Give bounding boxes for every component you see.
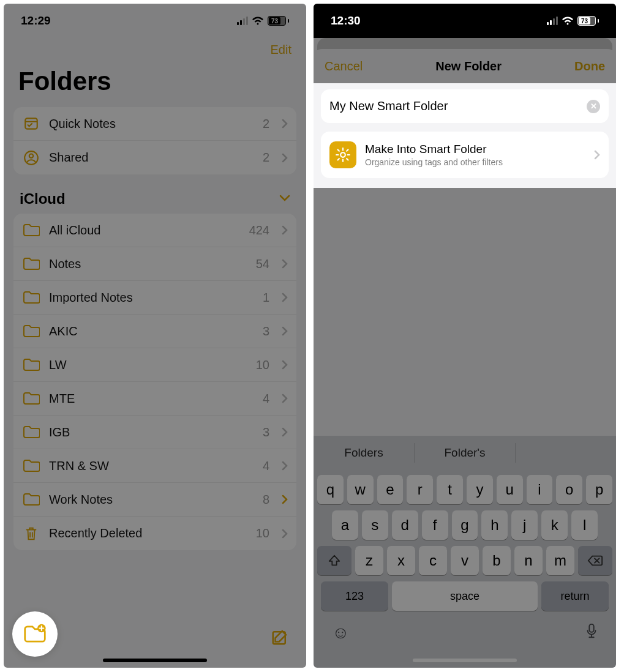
smart-folder-subtitle: Organize using tags and other filters [365,157,585,167]
key-l[interactable]: l [571,510,598,540]
key-d[interactable]: d [392,510,418,540]
folder-count: 10 [256,358,269,372]
folder-label: TRN & SW [49,459,254,473]
chevron-right-icon [282,119,288,129]
chevron-right-icon [282,225,288,235]
key-j[interactable]: j [511,510,538,540]
key-a[interactable]: a [332,510,358,540]
chevron-right-icon [282,360,288,370]
folder-row[interactable]: All iCloud424 [13,214,296,247]
svg-point-2 [29,154,34,158]
key-u[interactable]: u [497,475,523,504]
folder-icon [22,425,40,439]
key-b[interactable]: b [483,546,511,575]
folder-icon [22,324,40,338]
key-n[interactable]: n [514,546,543,575]
new-folder-button[interactable] [12,611,58,657]
folder-row[interactable]: Work Notes8 [13,483,296,517]
folder-row[interactable]: AKIC3 [13,315,296,348]
folder-count: 2 [263,151,269,165]
key-s[interactable]: s [362,510,388,540]
key-m[interactable]: m [546,546,574,575]
key-c[interactable]: c [419,546,447,575]
wifi-icon [252,17,264,26]
folder-row[interactable]: Notes54 [13,247,296,281]
folder-label: Shared [49,151,254,165]
key-p[interactable]: p [586,475,612,504]
signal-icon [237,17,248,25]
folder-label: AKIC [49,324,254,338]
cancel-button[interactable]: Cancel [325,59,363,73]
return-key[interactable]: return [541,581,609,611]
key-f[interactable]: f [422,510,448,540]
make-smart-folder-row[interactable]: Make Into Smart Folder Organize using ta… [321,132,609,178]
chevron-right-icon [282,293,288,302]
folders-screen: 12:29 73 Edit Folders Quick Notes 2 Shar… [4,4,306,668]
chevron-right-icon [282,461,288,471]
folder-icon [22,290,40,305]
compose-button[interactable] [271,628,289,649]
folder-row[interactable]: TRN & SW4 [13,449,296,483]
section-title: iCloud [20,190,66,207]
folder-label: All iCloud [49,223,241,237]
done-button[interactable]: Done [574,59,605,73]
backspace-key[interactable] [578,546,612,575]
folder-count: 3 [263,425,269,439]
folder-label: Quick Notes [49,117,254,131]
folder-row[interactable]: MTE4 [13,382,296,416]
dictation-key[interactable] [585,623,598,643]
key-r[interactable]: r [407,475,433,504]
folder-label: Recently Deleted [49,526,247,540]
key-y[interactable]: y [467,475,493,504]
chevron-right-icon [594,150,600,160]
suggestion[interactable] [516,436,616,470]
chevron-right-icon [282,326,288,336]
status-time: 12:29 [21,14,51,28]
key-h[interactable]: h [481,510,508,540]
space-key[interactable]: space [392,581,538,611]
input-value: My New Smart Folder [329,99,581,113]
icloud-section-header[interactable]: iCloud [4,174,306,214]
folder-label: IGB [49,425,254,439]
edit-button[interactable]: Edit [271,43,291,57]
key-g[interactable]: g [452,510,478,540]
key-x[interactable]: x [387,546,415,575]
quick-notes-icon [22,116,40,132]
key-v[interactable]: v [451,546,479,575]
folder-row[interactable]: Recently Deleted10 [13,517,296,550]
folder-name-input[interactable]: My New Smart Folder ✕ [321,89,609,123]
sheet-title: New Folder [435,59,502,73]
folder-count: 4 [263,392,269,406]
chevron-right-icon [282,427,288,437]
key-i[interactable]: i [527,475,553,504]
key-o[interactable]: o [556,475,582,504]
folder-row-shared[interactable]: Shared 2 [13,141,296,174]
folder-row-quicknotes[interactable]: Quick Notes 2 [13,107,296,141]
status-icons: 73 [237,16,289,26]
folder-row[interactable]: IGB3 [13,416,296,449]
folder-row[interactable]: LW10 [13,348,296,382]
key-z[interactable]: z [355,546,383,575]
folder-count: 4 [263,459,269,473]
key-k[interactable]: k [541,510,568,540]
suggestion[interactable]: Folder's [415,436,515,470]
emoji-key[interactable]: ☺ [332,623,350,643]
new-folder-sheet: Cancel New Folder Done My New Smart Fold… [314,49,616,668]
suggestion[interactable]: Folders [314,436,414,470]
folder-label: Work Notes [49,493,254,507]
clear-input-button[interactable]: ✕ [587,100,600,113]
folder-row[interactable]: Imported Notes1 [13,281,296,315]
numbers-key[interactable]: 123 [321,581,388,611]
folder-count: 10 [256,526,269,540]
home-indicator [413,659,517,662]
key-q[interactable]: q [317,475,344,504]
folder-count: 3 [263,324,269,338]
chevron-right-icon [282,259,288,269]
key-e[interactable]: e [377,475,404,504]
shift-key[interactable] [317,546,351,575]
key-t[interactable]: t [437,475,463,504]
key-w[interactable]: w [347,475,374,504]
folder-label: Notes [49,257,247,271]
folder-icon [22,492,40,507]
battery-icon: 73 [577,16,599,26]
